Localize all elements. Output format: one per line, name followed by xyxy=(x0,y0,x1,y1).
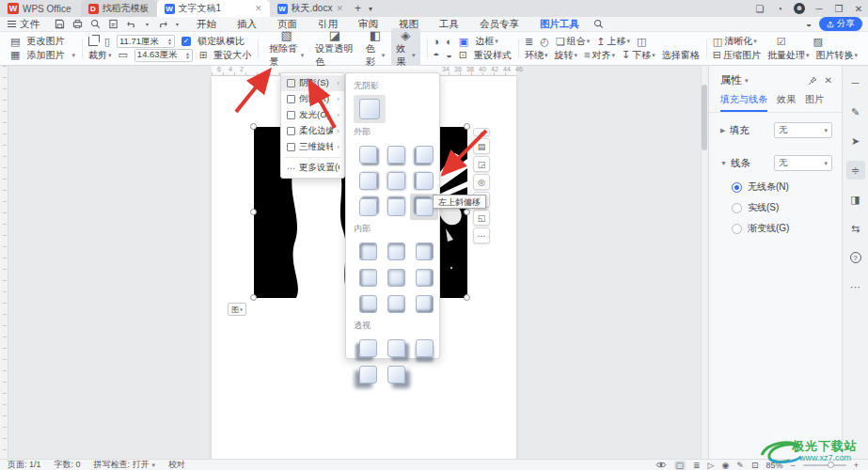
file-menu-button[interactable]: 文件 xyxy=(0,18,47,31)
selection-handle-middle-right[interactable] xyxy=(464,209,470,215)
shadow-option[interactable] xyxy=(382,361,410,387)
radio-gradient-line[interactable]: 渐变线(G) xyxy=(732,222,842,235)
shadow-option[interactable] xyxy=(354,238,382,264)
panel-tab-fill-line[interactable]: 填充与线条 xyxy=(720,93,767,106)
tab-document-2[interactable]: W 秋天.docx ✕ xyxy=(270,0,351,17)
set-transparent-button[interactable]: ◪设置透明色 xyxy=(310,28,359,70)
properties-rail-icon[interactable]: ≑ xyxy=(846,161,865,180)
lock-ratio-checkbox[interactable]: ✓ xyxy=(181,37,191,46)
radio-solid-line[interactable]: 实线(S) xyxy=(732,201,842,214)
layout-options-button[interactable]: 图▾ xyxy=(228,303,246,316)
height-input[interactable]: 14.63厘米▲▼ xyxy=(134,49,193,62)
selection-handle-bottom-right[interactable] xyxy=(464,294,470,301)
decrease-contrast-icon[interactable]: ◐ xyxy=(446,37,452,47)
minimize-button[interactable]: ─ xyxy=(813,4,825,14)
save-icon[interactable] xyxy=(55,19,65,29)
shadow-option[interactable] xyxy=(410,141,438,167)
shadow-option[interactable] xyxy=(382,194,410,220)
new-tab-button[interactable]: + xyxy=(351,2,365,15)
shadow-option[interactable] xyxy=(354,194,382,220)
preview-zoom-icon[interactable]: ◎ xyxy=(473,174,490,190)
search-icon[interactable] xyxy=(593,19,604,29)
more-tools-icon[interactable]: ⋯ xyxy=(473,227,490,243)
menu-item-3d-rotation[interactable]: 三维旋转(D)› xyxy=(281,139,344,155)
shadow-option[interactable] xyxy=(382,335,410,361)
batch-button[interactable]: 批量处理▾ xyxy=(767,49,810,62)
ink-icon[interactable]: ✎ xyxy=(736,461,744,470)
shadow-option[interactable] xyxy=(354,141,382,167)
panel-title-chevron-icon[interactable]: ▾ xyxy=(745,77,749,85)
helmet-icon[interactable]: ◒ xyxy=(806,19,812,29)
shadow-option[interactable] xyxy=(382,238,410,264)
redo-chevron-icon[interactable]: ▾ xyxy=(176,21,179,27)
compress-button[interactable]: ⊟压缩图片 xyxy=(713,49,761,62)
undo-icon[interactable] xyxy=(126,19,138,29)
shadow-option[interactable] xyxy=(382,264,410,290)
shadow-option-none[interactable] xyxy=(354,95,386,123)
menu-tab-home[interactable]: 开始 xyxy=(186,18,227,31)
selection-handle-bottom-left[interactable] xyxy=(250,294,257,301)
shadow-option[interactable] xyxy=(354,335,382,361)
shadow-option[interactable] xyxy=(410,264,438,290)
select-cursor-icon[interactable]: ➤ xyxy=(846,132,865,150)
panel-tab-effects[interactable]: 效果 xyxy=(777,93,796,106)
shadow-option[interactable] xyxy=(354,290,382,317)
panel-tab-picture[interactable]: 图片 xyxy=(805,93,824,106)
align-button[interactable]: ≡对齐▾ xyxy=(584,49,615,62)
page-view-icon[interactable]: ▢ xyxy=(674,461,687,470)
print-icon[interactable] xyxy=(72,19,83,29)
shadow-option[interactable] xyxy=(382,167,410,194)
menu-item-soft-edges[interactable]: 柔化边缘(E)› xyxy=(281,123,344,139)
wrap-button[interactable]: 环绕▾ xyxy=(525,49,548,62)
selection-handle-top-left[interactable] xyxy=(250,123,257,130)
swap-rail-icon[interactable]: ⇆ xyxy=(846,219,865,238)
fill-select[interactable]: 无▾ xyxy=(774,122,832,138)
convert-button[interactable]: 图片转换▾ xyxy=(815,49,858,62)
rotate-button[interactable]: 旋转▾ xyxy=(555,49,578,62)
aspect-icon[interactable]: ▯ xyxy=(104,37,110,47)
scrollbar-thumb[interactable] xyxy=(702,85,707,150)
more-rail-icon[interactable]: ⋯ xyxy=(846,277,865,296)
crop-icon[interactable] xyxy=(88,37,98,46)
bring-forward-button[interactable]: ↥上移▾ xyxy=(596,35,630,48)
tab-list-chevron-icon[interactable]: ▾ xyxy=(365,5,376,13)
workspace-layout-icon[interactable]: ❏ xyxy=(754,4,765,14)
shadow-option[interactable] xyxy=(354,361,382,387)
line-expander-icon[interactable]: ▼ xyxy=(720,160,727,166)
menu-tab-tools[interactable]: 工具 xyxy=(429,18,469,31)
line-select[interactable]: 无▾ xyxy=(774,155,832,171)
selection-handle-middle-left[interactable] xyxy=(250,209,257,215)
wrap-text-icon[interactable]: ▤ xyxy=(473,138,490,154)
proofread-button[interactable]: 校对 xyxy=(168,459,185,470)
skin-icon[interactable]: ◔ xyxy=(774,4,785,14)
effects-button[interactable]: ◈效果▾ xyxy=(391,28,419,70)
menu-item-more-settings[interactable]: ⋯ 更多设置(O)... xyxy=(281,160,344,176)
shadow-option[interactable] xyxy=(382,141,410,167)
shadow-option[interactable] xyxy=(354,167,382,194)
menu-item-glow[interactable]: 发光(G)› xyxy=(281,107,344,123)
width-input[interactable]: 11.71厘米▲▼ xyxy=(117,35,175,48)
image-tools-rail-icon[interactable]: ◨ xyxy=(846,190,865,209)
pin-icon[interactable] xyxy=(808,76,817,86)
menu-item-shadow[interactable]: 阴影(S)› xyxy=(281,75,344,91)
shadow-option[interactable] xyxy=(410,167,438,194)
selection-handle-top-right[interactable] xyxy=(464,123,470,130)
user-avatar[interactable]: ☻ xyxy=(794,3,805,14)
shadow-option[interactable] xyxy=(410,290,438,317)
shadow-option[interactable] xyxy=(410,335,438,361)
close-button[interactable]: ✕ xyxy=(853,4,864,14)
increase-brightness-icon[interactable]: ◓ xyxy=(434,50,440,60)
tab-close-icon[interactable]: ✕ xyxy=(255,4,262,13)
undo-chevron-icon[interactable]: ▾ xyxy=(146,21,149,27)
reset-style-button[interactable]: 重设样式 xyxy=(474,49,512,62)
tab-document-1[interactable]: W 文字文稿1 ✕ xyxy=(157,0,270,17)
reset-size-button[interactable]: 重设大小 xyxy=(213,49,251,62)
app-logo[interactable]: W WPS Office xyxy=(0,3,81,14)
shadow-option[interactable] xyxy=(382,290,410,317)
spellcheck-toggle[interactable]: 拼写检查: 打开▾ xyxy=(94,459,156,470)
decrease-brightness-icon[interactable]: ◒ xyxy=(446,50,452,60)
border-button[interactable]: 边框▾ xyxy=(475,35,498,48)
shadow-option[interactable] xyxy=(410,238,438,264)
tab-docer-template[interactable]: D 找稻壳模板 xyxy=(81,0,157,17)
outline-view-icon[interactable]: ≣ xyxy=(693,461,701,470)
